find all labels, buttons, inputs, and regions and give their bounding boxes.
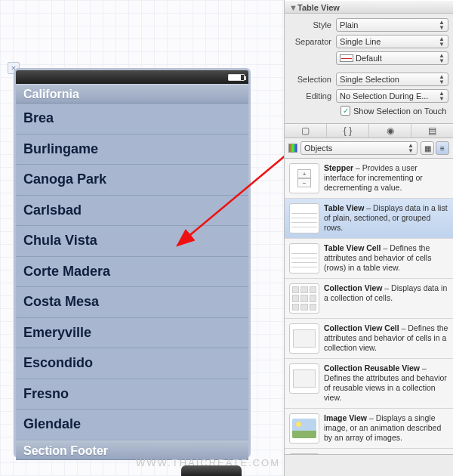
- selection-popup[interactable]: Single Selection▲▼: [336, 73, 448, 86]
- library-item[interactable]: Table View Cell – Defines the attributes…: [285, 239, 453, 279]
- tab-media[interactable]: ▤: [411, 124, 453, 138]
- separator-style-popup[interactable]: Single Line▲▼: [336, 35, 448, 48]
- library-item-thumb: [289, 413, 319, 444]
- separator-label: Separator: [289, 37, 336, 46]
- library-item-thumb: [289, 243, 319, 274]
- library-item-thumb: [289, 363, 319, 394]
- table-section-header: California: [16, 84, 248, 104]
- status-bar: [16, 70, 248, 84]
- table-row[interactable]: Burlingame: [16, 134, 248, 165]
- device-frame: California BreaBurlingameCanoga ParkCarl…: [14, 68, 251, 458]
- separator-color-popup[interactable]: Default▲▼: [336, 51, 448, 65]
- table-view[interactable]: BreaBurlingameCanoga ParkCarlsbadChula V…: [16, 104, 248, 440]
- library-item[interactable]: Collection Reusable View – Defines the a…: [285, 359, 453, 409]
- library-item-text: Collection View Cell – Defines the attri…: [324, 323, 448, 354]
- library-item-text: Text View – Displays multiple lines of e…: [324, 453, 448, 456]
- dock-hint: [181, 465, 242, 476]
- library-item[interactable]: Table View – Displays data in a list of …: [285, 199, 453, 239]
- show-selection-checkbox[interactable]: ✓: [341, 106, 350, 116]
- editing-label: Editing: [289, 91, 336, 100]
- table-row[interactable]: Canoga Park: [16, 165, 248, 196]
- storyboard-canvas[interactable]: × California BreaBurlingameCanoga ParkCa…: [0, 0, 284, 476]
- table-row[interactable]: Escondido: [16, 348, 248, 379]
- library-item-thumb: [289, 453, 319, 456]
- table-row[interactable]: Emeryville: [16, 318, 248, 349]
- editing-popup[interactable]: No Selection During E...▲▼: [336, 89, 448, 103]
- tab-file-templates[interactable]: ▢: [285, 124, 327, 138]
- library-scope-icon: [288, 144, 297, 153]
- chevron-up-down-icon: ▲▼: [439, 20, 445, 30]
- library-item-thumb: [289, 203, 319, 233]
- library-item-text: Collection Reusable View – Defines the a…: [324, 363, 448, 403]
- disclosure-triangle-icon[interactable]: ▼: [289, 1, 295, 14]
- style-popup[interactable]: Plain▲▼: [336, 18, 448, 32]
- selection-label: Selection: [289, 75, 336, 84]
- object-library-list[interactable]: +−Stepper – Provides a user interface fo…: [285, 159, 453, 455]
- library-item[interactable]: Collection View Cell – Defines the attri…: [285, 319, 453, 359]
- tab-code-snippets[interactable]: { }: [327, 124, 369, 138]
- library-item-text: Table View Cell – Defines the attributes…: [324, 243, 448, 274]
- library-item-thumb: [289, 323, 319, 354]
- tab-objects[interactable]: ◉: [369, 124, 411, 138]
- list-view-toggle[interactable]: ≡: [436, 141, 449, 155]
- table-row[interactable]: Brea: [16, 104, 248, 134]
- library-item-text: Stepper – Provides a user interface for …: [324, 163, 448, 193]
- chevron-up-down-icon: ▲▼: [439, 53, 445, 63]
- library-item[interactable]: +−Stepper – Provides a user interface fo…: [285, 159, 453, 199]
- chevron-up-down-icon: ▲▼: [408, 143, 414, 153]
- inspector-panel: ▼ Table View Style Plain▲▼ Separator Sin…: [284, 0, 453, 476]
- battery-icon: [228, 74, 245, 81]
- library-type-tabs: ▢ { } ◉ ▤: [285, 123, 453, 138]
- library-item-text: Table View – Displays data in a list of …: [324, 203, 448, 233]
- show-selection-label: Show Selection on Touch: [353, 107, 446, 116]
- grid-view-toggle[interactable]: ▦: [421, 141, 434, 155]
- library-item-text: Collection View – Displays data in a col…: [324, 283, 448, 314]
- chevron-up-down-icon: ▲▼: [439, 74, 445, 85]
- table-row[interactable]: Costa Mesa: [16, 287, 248, 318]
- table-row[interactable]: Fresno: [16, 379, 248, 410]
- table-row[interactable]: Carlsbad: [16, 196, 248, 227]
- library-item[interactable]: Collection View – Displays data in a col…: [285, 279, 453, 319]
- style-label: Style: [289, 20, 336, 29]
- library-item[interactable]: Text View – Displays multiple lines of e…: [285, 449, 453, 456]
- library-item-text: Image View – Displays a single image, or…: [324, 413, 448, 444]
- library-item-thumb: +−: [289, 163, 319, 193]
- library-item[interactable]: Image View – Displays a single image, or…: [285, 409, 453, 449]
- table-row[interactable]: Chula Vista: [16, 226, 248, 257]
- separator-color-swatch: [340, 54, 353, 62]
- library-item-thumb: [289, 283, 319, 314]
- chevron-up-down-icon: ▲▼: [439, 36, 445, 47]
- table-row[interactable]: Glendale: [16, 410, 248, 440]
- inspector-section-title: Table View: [297, 3, 340, 12]
- table-row[interactable]: Corte Madera: [16, 257, 248, 288]
- library-scope-popup[interactable]: Objects▲▼: [300, 141, 418, 155]
- chevron-up-down-icon: ▲▼: [439, 91, 445, 101]
- inspector-section-header[interactable]: ▼ Table View: [285, 0, 453, 14]
